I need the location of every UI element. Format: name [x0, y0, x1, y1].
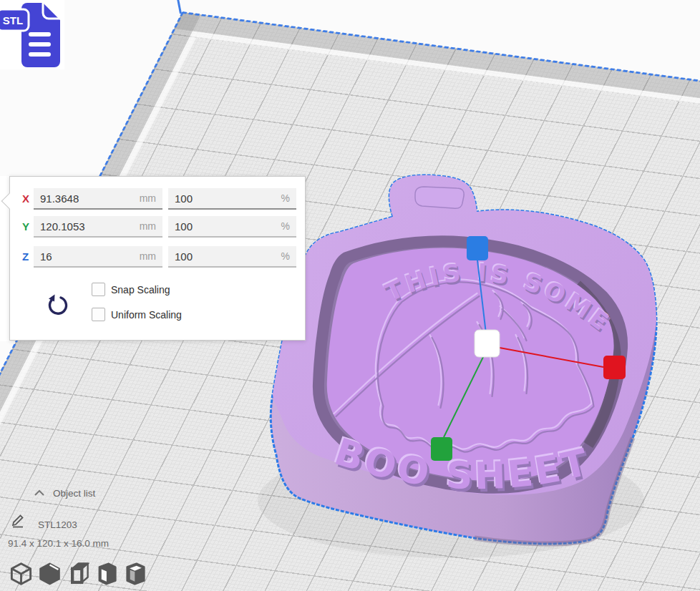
scale-row-y: Y mm %: [10, 216, 305, 238]
x-percent-input[interactable]: [175, 188, 268, 208]
view-3d-button[interactable]: [10, 562, 32, 586]
edit-pencil-icon[interactable]: [11, 511, 25, 528]
object-list-title[interactable]: Object list: [53, 488, 95, 499]
z-mm-input[interactable]: [40, 246, 133, 266]
view-left-button[interactable]: [96, 562, 118, 586]
scale-row-z: Z mm %: [10, 246, 305, 268]
stl-badge-text: STL: [3, 14, 23, 26]
camera-view-toolbar: [10, 562, 147, 587]
view-top-button[interactable]: [67, 562, 89, 586]
uniform-scaling-label: Uniform Scaling: [111, 309, 182, 321]
x-mm-field[interactable]: mm: [34, 188, 162, 210]
scale-row-x: X mm %: [10, 188, 305, 210]
y-mm-field[interactable]: mm: [34, 216, 162, 238]
y-percent-field[interactable]: %: [168, 216, 296, 238]
y-mm-unit: mm: [140, 220, 156, 232]
uniform-scaling-checkbox[interactable]: [92, 308, 105, 321]
scale-handle-y-green[interactable]: [431, 437, 452, 461]
x-mm-input[interactable]: [40, 188, 133, 208]
z-percent-input[interactable]: [175, 246, 268, 266]
scale-handle-x-red[interactable]: [603, 356, 626, 379]
x-mm-unit: mm: [140, 192, 156, 204]
stl-file-logo: STL: [0, 0, 64, 69]
z-mm-unit: mm: [140, 250, 156, 262]
x-percent-unit: %: [281, 192, 290, 204]
scale-handle-center-white[interactable]: [475, 330, 500, 357]
view-right-button[interactable]: [125, 562, 147, 586]
z-percent-unit: %: [281, 250, 290, 262]
y-percent-input[interactable]: [175, 216, 268, 236]
model-boo-sheet-mold[interactable]: THIS IS SOME THIS IS SOME THIS IS SOME B…: [271, 175, 656, 544]
y-percent-unit: %: [281, 220, 290, 232]
scale-handle-z-blue[interactable]: [467, 236, 488, 260]
viewport-3d[interactable]: THIS IS SOME THIS IS SOME THIS IS SOME B…: [0, 0, 700, 591]
z-percent-field[interactable]: %: [168, 246, 296, 268]
collapse-caret-icon[interactable]: [34, 489, 45, 497]
reset-scale-button[interactable]: [44, 291, 69, 317]
z-mm-field[interactable]: mm: [34, 246, 162, 268]
view-front-button[interactable]: [39, 562, 61, 586]
object-item-name[interactable]: STL1203: [38, 519, 77, 530]
snap-scaling-label: Snap Scaling: [111, 284, 170, 296]
y-mm-input[interactable]: [40, 216, 133, 236]
snap-scaling-checkbox[interactable]: [92, 283, 105, 296]
x-percent-field[interactable]: %: [168, 188, 296, 210]
scale-tool-panel: X mm % Y mm % Z mm: [9, 176, 306, 341]
model-tab-slot: [415, 187, 464, 208]
object-dimensions: 91.4 x 120.1 x 16.0 mm: [8, 538, 109, 549]
scale-options: Snap Scaling Uniform Scaling: [10, 277, 305, 341]
